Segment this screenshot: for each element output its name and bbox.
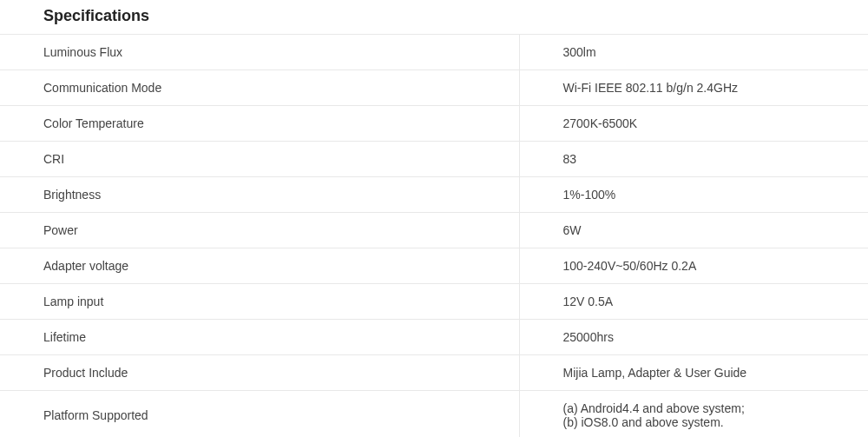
spec-label: Platform Supported: [0, 391, 519, 438]
spec-label: Lamp input: [0, 284, 519, 320]
table-row: Platform Supported(a) Android4.4 and abo…: [0, 391, 868, 438]
spec-value: 300lm: [519, 35, 868, 70]
spec-label: Brightness: [0, 177, 519, 213]
spec-value: 1%-100%: [519, 177, 868, 213]
spec-value: 6W: [519, 213, 868, 248]
spec-label: Communication Mode: [0, 70, 519, 106]
spec-label: CRI: [0, 142, 519, 177]
spec-label: Luminous Flux: [0, 35, 519, 70]
spec-value: 2700K-6500K: [519, 106, 868, 142]
spec-value: 12V 0.5A: [519, 284, 868, 320]
spec-label: Power: [0, 213, 519, 248]
section-title: Specifications: [0, 7, 868, 34]
table-row: Color Temperature2700K-6500K: [0, 106, 868, 142]
spec-value: Wi-Fi IEEE 802.11 b/g/n 2.4GHz: [519, 70, 868, 106]
table-row: Product IncludeMijia Lamp, Adapter & Use…: [0, 355, 868, 391]
table-row: Lifetime25000hrs: [0, 320, 868, 355]
spec-value: 25000hrs: [519, 320, 868, 355]
specifications-table: Luminous Flux300lmCommunication ModeWi-F…: [0, 34, 868, 437]
spec-value: (a) Android4.4 and above system; (b) iOS…: [519, 391, 868, 438]
spec-value: Mijia Lamp, Adapter & User Guide: [519, 355, 868, 391]
spec-label: Lifetime: [0, 320, 519, 355]
table-row: Communication ModeWi-Fi IEEE 802.11 b/g/…: [0, 70, 868, 106]
table-row: Power6W: [0, 213, 868, 248]
table-row: Luminous Flux300lm: [0, 35, 868, 70]
specifications-section: Specifications Luminous Flux300lmCommuni…: [0, 0, 868, 437]
table-row: Lamp input12V 0.5A: [0, 284, 868, 320]
spec-label: Color Temperature: [0, 106, 519, 142]
spec-value: 83: [519, 142, 868, 177]
table-row: CRI83: [0, 142, 868, 177]
spec-value: 100-240V~50/60Hz 0.2A: [519, 248, 868, 284]
spec-label: Product Include: [0, 355, 519, 391]
table-row: Adapter voltage100-240V~50/60Hz 0.2A: [0, 248, 868, 284]
spec-label: Adapter voltage: [0, 248, 519, 284]
table-row: Brightness1%-100%: [0, 177, 868, 213]
